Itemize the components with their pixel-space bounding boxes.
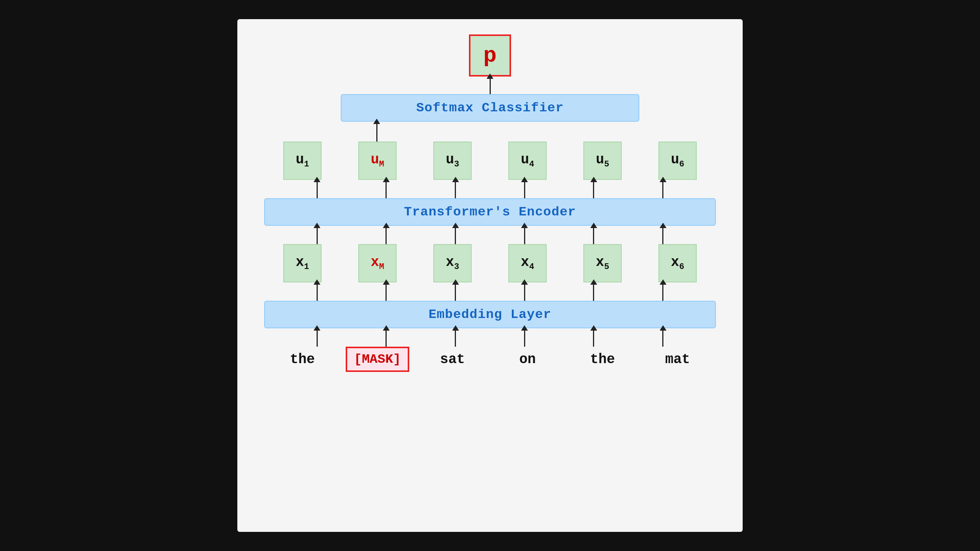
u3-box: u3 (433, 142, 472, 180)
arrow-tok4-emb (524, 329, 525, 347)
x4-cell: x4 (490, 244, 565, 282)
arrow-tok3-emb (455, 329, 456, 347)
arrow-x3-te (455, 227, 456, 244)
arrow-emb-x1 (317, 283, 318, 301)
arrow-x6-te (662, 227, 663, 244)
x5-cell: x5 (565, 244, 640, 282)
p-output-section: p (469, 34, 511, 94)
u1-box: u1 (283, 142, 322, 180)
arrow-softmax-to-u (376, 122, 377, 142)
arrow-x4-te (524, 227, 525, 244)
u6-box: u6 (658, 142, 697, 180)
x3-cell: x3 (415, 244, 490, 282)
token-on: on (490, 352, 565, 367)
p-output-box: p (469, 34, 511, 77)
arrow-p-to-softmax (490, 77, 491, 94)
token-mask: [MASK] (340, 347, 415, 372)
diagram: p Softmax Classifier u1 uM u3 (237, 19, 743, 532)
arrow-xM-te (385, 227, 387, 244)
token-row: the [MASK] sat on the mat (264, 347, 716, 372)
token-mat: mat (640, 352, 715, 367)
x5-box: x5 (583, 244, 622, 282)
u5-cell: u5 (565, 142, 640, 180)
arrow-x5-te (593, 227, 594, 244)
uM-cell: uM (340, 142, 415, 180)
arrow-tok6-emb (662, 329, 663, 347)
token-the2: the (565, 352, 640, 367)
arrow-te-u4 (524, 181, 525, 198)
xM-cell: xM (340, 244, 415, 282)
arrow-x1-te (317, 227, 318, 244)
arrow-te-uM (385, 181, 387, 198)
x1-cell: x1 (265, 244, 340, 282)
softmax-label: Softmax Classifier (416, 101, 564, 115)
transformer-bar: Transformer's Encoder (264, 198, 716, 226)
arrow-tok1-emb (317, 329, 318, 347)
u4-cell: u4 (490, 142, 565, 180)
arrow-te-u6 (662, 181, 663, 198)
u-nodes-row: u1 uM u3 u4 u5 (264, 142, 716, 180)
x-nodes-row: x1 xM x3 x4 x5 (264, 244, 716, 282)
x6-box: x6 (658, 244, 697, 282)
arrow-emb-x6 (662, 283, 663, 301)
x4-box: x4 (508, 244, 547, 282)
arrow-te-u5 (593, 181, 594, 198)
token-sat: sat (415, 352, 490, 367)
u5-box: u5 (583, 142, 622, 180)
arrow-te-u1 (317, 181, 318, 198)
u3-cell: u3 (415, 142, 490, 180)
arrow-emb-x5 (593, 283, 594, 301)
arrow-emb-xM (385, 283, 387, 301)
u1-cell: u1 (265, 142, 340, 180)
token-the1: the (265, 352, 340, 367)
xM-box: xM (358, 244, 397, 282)
transformer-label: Transformer's Encoder (404, 205, 576, 219)
embedding-label: Embedding Layer (428, 307, 551, 322)
embedding-bar: Embedding Layer (264, 301, 716, 328)
softmax-bar: Softmax Classifier (341, 94, 639, 122)
arrow-tokM-emb (385, 329, 387, 347)
uM-box: uM (358, 142, 397, 180)
arrow-tok5-emb (593, 329, 594, 347)
x3-box: x3 (433, 244, 472, 282)
x6-cell: x6 (640, 244, 715, 282)
arrow-te-u3 (455, 181, 456, 198)
x1-box: x1 (283, 244, 322, 282)
p-label: p (483, 43, 497, 68)
u4-box: u4 (508, 142, 547, 180)
arrow-emb-x3 (455, 283, 456, 301)
arrow-emb-x4 (524, 283, 525, 301)
u6-cell: u6 (640, 142, 715, 180)
